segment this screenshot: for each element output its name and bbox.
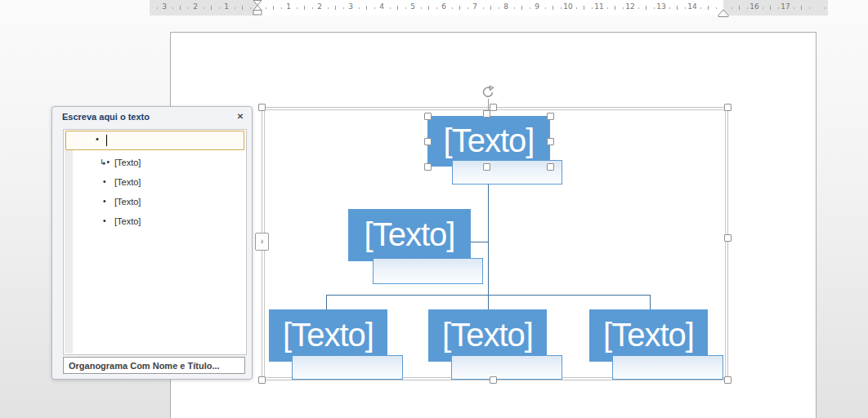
shape-handle-bottom-left[interactable]: [424, 163, 432, 171]
ruler-tick: [211, 6, 212, 10]
ruler-tick: [266, 7, 266, 9]
ruler-tick: [328, 7, 329, 9]
ruler-tick: [499, 7, 499, 9]
word-document-canvas: 32112345678910111213141617 ›: [0, 0, 868, 418]
text-pane-item-text: [Texto]: [114, 177, 141, 187]
ruler-number: 5: [407, 2, 418, 11]
org-node-top-title-box[interactable]: [452, 160, 562, 185]
close-icon[interactable]: ✕: [235, 111, 246, 122]
ruler-tick: [359, 7, 360, 9]
ruler-number: 9: [531, 2, 543, 11]
text-pane-list[interactable]: • ↳• [Texto] • [Texto] • [Texto] • [Text…: [63, 129, 247, 355]
bullet-icon: •: [103, 177, 106, 186]
right-indent-marker-icon[interactable]: [718, 7, 729, 21]
ruler-tick: [545, 7, 546, 9]
org-node-subordinate-3-label: [Texto]: [589, 309, 708, 360]
ruler-tick: [514, 7, 515, 9]
text-pane-item-text: [Texto]: [114, 197, 141, 207]
ruler-tick: [747, 7, 748, 9]
ruler-tick: [801, 6, 802, 10]
ruler-tick: [732, 7, 732, 9]
ruler-tick: [304, 6, 305, 10]
ruler-number: 16: [749, 2, 760, 11]
frame-handle-bottom-left[interactable]: [258, 376, 266, 384]
connector-assistant-elbow: [471, 242, 488, 242]
assistant-bullet-icon: ↳•: [100, 158, 110, 167]
shape-handle-top-right[interactable]: [547, 113, 554, 120]
frame-handle-mid-right[interactable]: [724, 234, 732, 242]
text-caret: [106, 135, 107, 146]
ruler-number: 3: [159, 2, 170, 11]
ruler-tick: [576, 7, 577, 9]
shape-handle-mid-right[interactable]: [547, 138, 554, 145]
ruler-tick: [366, 6, 367, 10]
ruler-tick: [685, 7, 686, 9]
frame-handle-top-right[interactable]: [724, 104, 732, 111]
indent-marker-icon[interactable]: [253, 0, 262, 19]
ruler-number: 2: [314, 2, 325, 11]
org-node-subordinate-3[interactable]: [Texto]: [589, 309, 708, 362]
text-pane-item[interactable]: • [Texto]: [64, 193, 246, 211]
org-node-subordinate-2-title-box[interactable]: [451, 355, 562, 380]
org-node-assistant[interactable]: [Texto]: [348, 209, 471, 261]
text-pane-title: Escreva aqui o texto: [62, 112, 150, 122]
bullet-icon: •: [103, 216, 106, 225]
ruler-tick: [809, 7, 810, 9]
text-pane-item-assistant[interactable]: ↳• [Texto]: [64, 154, 246, 172]
ruler-tick: [483, 7, 484, 9]
frame-handle-bottom-right[interactable]: [724, 376, 732, 384]
layout-name-label: Organograma Com Nome e Título...: [63, 357, 245, 374]
org-node-top-label: [Texto]: [427, 116, 550, 165]
ruler-tick: [180, 6, 181, 10]
ruler-tick: [390, 7, 391, 9]
ruler-tick: [646, 6, 647, 10]
ruler-tick: [794, 7, 794, 9]
ruler-tick: [584, 6, 584, 10]
ruler-tick: [468, 7, 468, 9]
connector-drop-right: [650, 295, 651, 310]
horizontal-ruler: 32112345678910111213141617: [150, 0, 828, 16]
smartart-frame[interactable]: › [Texto] [Texto] [Texto] [Texto] [Texto…: [262, 107, 728, 380]
shape-handle-top-mid[interactable]: [483, 110, 490, 118]
shape-handle-top-left[interactable]: [424, 113, 432, 120]
ruler-tick: [436, 7, 437, 9]
org-node-subordinate-2[interactable]: [Texto]: [428, 309, 547, 362]
shape-handle-bottom-mid[interactable]: [483, 163, 490, 171]
frame-handle-top-mid[interactable]: [490, 104, 497, 111]
ruler-tick: [219, 7, 220, 9]
rotation-handle-icon[interactable]: [481, 85, 495, 103]
ruler-tick: [397, 6, 398, 10]
ruler-number: 11: [593, 2, 605, 11]
ruler-number: 6: [438, 2, 450, 11]
ruler-tick: [521, 6, 522, 10]
shape-handle-bottom-right[interactable]: [547, 163, 554, 171]
org-node-top[interactable]: [Texto]: [427, 116, 550, 167]
smartart-text-pane: Escreva aqui o texto ✕ • ↳• [Texto] • [T…: [51, 106, 253, 380]
ruler-tick: [561, 7, 562, 9]
ruler-tick: [708, 6, 709, 10]
frame-handle-bottom-mid[interactable]: [490, 376, 497, 384]
ruler-tick: [654, 7, 655, 9]
org-node-subordinate-3-title-box[interactable]: [612, 355, 723, 380]
org-node-subordinate-1[interactable]: [Texto]: [269, 309, 387, 362]
connector-horizontal-bar: [326, 295, 651, 296]
ruler-tick: [250, 7, 251, 9]
ruler-tick: [281, 7, 282, 9]
ruler-tick: [592, 7, 593, 9]
ruler-tick: [273, 6, 274, 10]
ruler-tick: [615, 6, 615, 10]
org-node-assistant-title-box[interactable]: [373, 258, 483, 284]
ruler-number: 4: [376, 2, 387, 11]
ruler-number: 1: [283, 2, 294, 11]
text-pane-item[interactable]: • [Texto]: [64, 174, 246, 192]
text-pane-item[interactable]: • [Texto]: [64, 213, 246, 231]
ruler-number: 3: [345, 2, 356, 11]
org-node-subordinate-1-title-box[interactable]: [292, 355, 403, 380]
text-pane-item-text: [Texto]: [114, 158, 141, 167]
shape-handle-mid-left[interactable]: [424, 138, 432, 145]
ruler-tick: [716, 7, 717, 9]
text-pane-active-row[interactable]: •: [65, 131, 244, 150]
text-pane-toggle-button[interactable]: ›: [255, 233, 269, 251]
ruler-tick: [157, 7, 158, 9]
frame-handle-top-left[interactable]: [258, 104, 266, 111]
